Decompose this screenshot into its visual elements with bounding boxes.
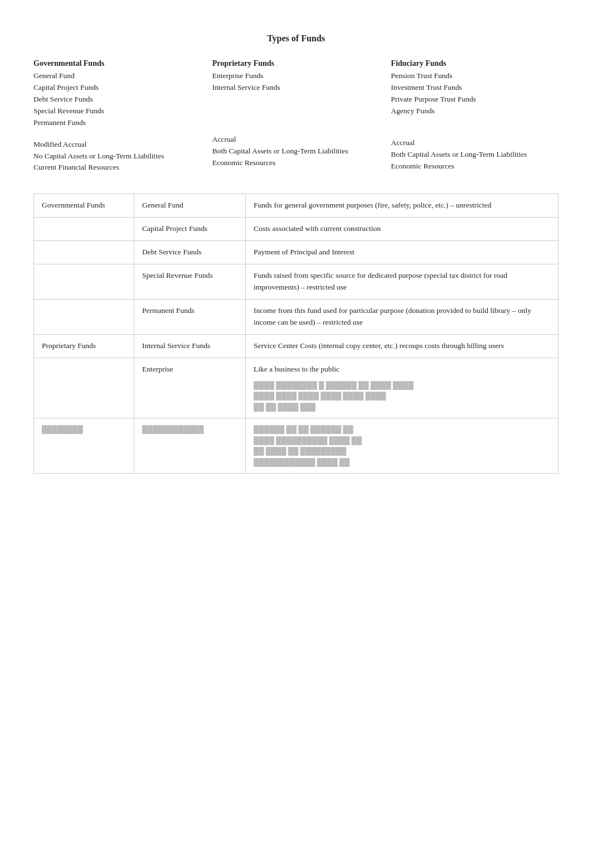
blurred-content-2: ██████ ██ ██ ██████ ██ ████ ██████████ █…	[254, 424, 550, 467]
gov-item-6: Modified Accrual	[33, 139, 201, 151]
proprietary-funds-column: Proprietary Funds Enterprise Funds Inter…	[212, 59, 380, 173]
table-cell-col-a-blurred: ████████	[34, 418, 134, 474]
table-cell-col-a	[34, 264, 134, 300]
fid-item-1: Pension Trust Funds	[391, 70, 559, 82]
table-cell-col-c: Funds raised from specific source for de…	[246, 264, 559, 300]
governmental-funds-header: Governmental Funds	[33, 59, 201, 68]
fiduciary-funds-header: Fiduciary Funds	[391, 59, 559, 68]
prop-item-5: Economic Resources	[212, 157, 380, 169]
gov-item-8: Current Financial Resources	[33, 162, 201, 173]
table-cell-col-a	[34, 218, 134, 241]
table-row: Capital Project Funds Costs associated w…	[34, 218, 559, 241]
table-cell-col-c-blurred: ██████ ██ ██ ██████ ██ ████ ██████████ █…	[246, 418, 559, 474]
table-cell-col-b: Capital Project Funds	[134, 218, 246, 241]
table-cell-col-b: General Fund	[134, 194, 246, 218]
fid-item-5: Accrual	[391, 137, 559, 149]
prop-item-3: Accrual	[212, 134, 380, 146]
fid-item-6: Both Capital Assets or Long-Term Liabili…	[391, 149, 559, 161]
table-cell-col-a	[34, 358, 134, 418]
gov-item-3: Debt Service Funds	[33, 94, 201, 105]
table-cell-col-c: Funds for general government purposes (f…	[246, 194, 559, 218]
table-row: Governmental Funds General Fund Funds fo…	[34, 194, 559, 218]
prop-item-2: Internal Service Funds	[212, 82, 380, 94]
blurred-cell-b: ████████████	[142, 425, 204, 433]
fiduciary-funds-column: Fiduciary Funds Pension Trust Funds Inve…	[391, 59, 559, 173]
governmental-funds-column: Governmental Funds General Fund Capital …	[33, 59, 201, 173]
fid-item-3: Private Purpose Trust Funds	[391, 94, 559, 105]
blurred-cell-a: ████████	[42, 425, 83, 433]
gov-item-4: Special Revenue Funds	[33, 105, 201, 117]
prop-item-1: Enterprise Funds	[212, 70, 380, 82]
proprietary-funds-header: Proprietary Funds	[212, 59, 380, 68]
fid-item-4: Agency Funds	[391, 105, 559, 117]
table-row: Proprietary Funds Internal Service Funds…	[34, 334, 559, 358]
table-row: Permanent Funds Income from this fund us…	[34, 299, 559, 334]
table-cell-col-b: Debt Service Funds	[134, 241, 246, 264]
enterprise-desc: Like a business to the public	[254, 365, 339, 373]
table-row: Debt Service Funds Payment of Principal …	[34, 241, 559, 264]
table-row-blurred: ████████ ████████████ ██████ ██ ██ █████…	[34, 418, 559, 474]
table-cell-col-a	[34, 299, 134, 334]
gov-item-5: Permanent Funds	[33, 117, 201, 129]
blurred-content-1: ████ ████████ █ ██████ ██ ████ ████ ████…	[254, 380, 550, 413]
table-cell-col-c: Costs associated with current constructi…	[246, 218, 559, 241]
table-cell-col-b: Internal Service Funds	[134, 334, 246, 358]
table-row: Special Revenue Funds Funds raised from …	[34, 264, 559, 300]
table-cell-col-c: Payment of Principal and Interest	[246, 241, 559, 264]
fid-item-7: Economic Resources	[391, 161, 559, 172]
page-title: Types of Funds	[33, 33, 559, 44]
table-cell-col-b-blurred: ████████████	[134, 418, 246, 474]
table-cell-col-c: Like a business to the public ████ █████…	[246, 358, 559, 418]
table-cell-col-c: Income from this fund used for particula…	[246, 299, 559, 334]
prop-item-4: Both Capital Assets or Long-Term Liabili…	[212, 146, 380, 157]
top-columns-grid: Governmental Funds General Fund Capital …	[33, 59, 559, 173]
table-cell-col-b: Enterprise	[134, 358, 246, 418]
table-cell-col-a: Proprietary Funds	[34, 334, 134, 358]
fund-table: Governmental Funds General Fund Funds fo…	[33, 194, 559, 474]
gov-item-2: Capital Project Funds	[33, 82, 201, 94]
table-cell-col-a: Governmental Funds	[34, 194, 134, 218]
table-cell-col-a	[34, 241, 134, 264]
table-row: Enterprise Like a business to the public…	[34, 358, 559, 418]
table-cell-col-c: Service Center Costs (internal copy cent…	[246, 334, 559, 358]
fid-item-2: Investment Trust Funds	[391, 82, 559, 94]
table-cell-col-b: Special Revenue Funds	[134, 264, 246, 300]
gov-item-1: General Fund	[33, 70, 201, 82]
table-cell-col-b: Permanent Funds	[134, 299, 246, 334]
gov-item-7: No Capital Assets or Long-Term Liabiliti…	[33, 151, 201, 162]
